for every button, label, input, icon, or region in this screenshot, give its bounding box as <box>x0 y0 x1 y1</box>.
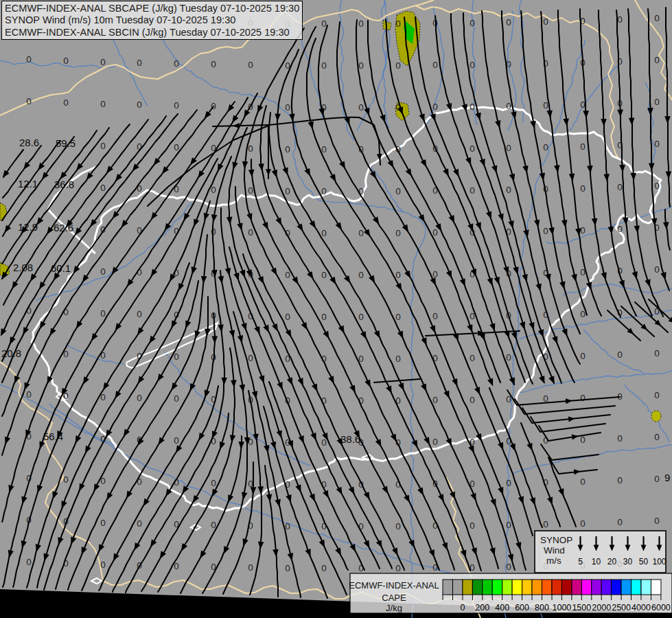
svg-text:0: 0 <box>654 516 660 526</box>
svg-text:0: 0 <box>285 144 290 154</box>
svg-text:0: 0 <box>100 560 106 570</box>
svg-text:0: 0 <box>248 144 253 154</box>
svg-text:0: 0 <box>543 519 548 529</box>
svg-text:0: 0 <box>580 477 586 487</box>
svg-text:0: 0 <box>137 100 142 110</box>
svg-text:ECMWF-INDEX-ANAL SBCIN (J/kg): ECMWF-INDEX-ANAL SBCIN (J/kg) Tuesday 07… <box>5 27 290 38</box>
svg-text:0: 0 <box>432 60 438 70</box>
svg-text:0: 0 <box>654 432 660 442</box>
svg-text:0: 0 <box>26 96 32 106</box>
svg-text:400: 400 <box>495 603 509 613</box>
svg-text:0: 0 <box>285 186 290 196</box>
svg-text:J/kg: J/kg <box>386 603 402 613</box>
svg-text:0: 0 <box>211 478 216 488</box>
svg-text:0: 0 <box>470 102 475 112</box>
svg-text:0: 0 <box>26 54 32 65</box>
svg-text:0: 0 <box>617 350 623 360</box>
svg-text:0: 0 <box>470 144 475 154</box>
svg-text:0: 0 <box>321 19 327 29</box>
svg-text:20: 20 <box>607 557 617 566</box>
svg-text:0: 0 <box>285 521 290 531</box>
svg-text:5: 5 <box>578 557 583 566</box>
svg-text:CAPE: CAPE <box>382 593 406 603</box>
svg-text:200: 200 <box>475 603 489 613</box>
svg-text:0: 0 <box>395 19 401 29</box>
svg-text:0: 0 <box>432 227 438 238</box>
svg-text:0: 0 <box>432 395 438 405</box>
svg-text:0: 0 <box>654 264 660 275</box>
svg-text:0: 0 <box>100 141 106 151</box>
svg-text:0: 0 <box>506 520 511 530</box>
svg-text:0: 0 <box>100 183 106 193</box>
svg-text:0: 0 <box>358 270 364 280</box>
svg-text:0: 0 <box>580 309 586 319</box>
svg-text:0: 0 <box>506 562 511 572</box>
svg-text:0: 0 <box>395 186 401 196</box>
svg-text:0: 0 <box>543 100 548 111</box>
svg-text:0: 0 <box>617 224 623 234</box>
svg-text:0: 0 <box>580 518 586 529</box>
svg-text:0: 0 <box>432 437 438 447</box>
svg-text:0: 0 <box>248 353 253 363</box>
svg-text:0: 0 <box>100 308 106 319</box>
svg-text:0: 0 <box>395 270 401 280</box>
svg-text:0: 0 <box>137 393 142 403</box>
svg-text:0: 0 <box>580 100 586 110</box>
svg-text:0: 0 <box>395 144 401 154</box>
svg-text:0: 0 <box>137 477 142 487</box>
svg-text:0: 0 <box>137 309 142 319</box>
svg-text:0: 0 <box>285 312 290 322</box>
svg-text:0: 0 <box>285 270 290 280</box>
svg-text:ECMWF-INDEX-ANAL SBCAPE (J/kg): ECMWF-INDEX-ANAL SBCAPE (J/kg) Tuesday 0… <box>5 3 299 14</box>
svg-text:0: 0 <box>506 185 511 195</box>
svg-text:0: 0 <box>63 474 69 485</box>
svg-text:0: 0 <box>358 228 364 238</box>
svg-text:0: 0 <box>654 55 660 65</box>
svg-text:0: 0 <box>26 557 32 567</box>
svg-text:0: 0 <box>321 437 327 448</box>
svg-text:0: 0 <box>358 102 364 113</box>
svg-text:SYNOP: SYNOP <box>540 535 572 545</box>
svg-text:0: 0 <box>395 521 401 531</box>
svg-text:100: 100 <box>652 557 666 566</box>
svg-text:0: 0 <box>395 60 401 71</box>
svg-text:0: 0 <box>470 520 475 531</box>
svg-text:2000: 2000 <box>592 603 611 613</box>
svg-text:0: 0 <box>654 139 660 149</box>
svg-text:0: 0 <box>580 141 586 152</box>
svg-text:0: 0 <box>174 435 179 446</box>
svg-text:0: 0 <box>470 353 475 363</box>
svg-text:0: 0 <box>395 228 401 238</box>
svg-text:4000: 4000 <box>632 603 651 613</box>
svg-text:0: 0 <box>321 186 327 196</box>
svg-text:30: 30 <box>623 557 633 566</box>
svg-text:0: 0 <box>395 563 401 573</box>
svg-text:0: 0 <box>285 563 290 573</box>
svg-text:0: 0 <box>543 226 548 236</box>
svg-text:0: 0 <box>506 143 511 153</box>
svg-text:0: 0 <box>470 185 475 196</box>
svg-text:0: 0 <box>358 19 364 29</box>
svg-text:0: 0 <box>506 17 511 27</box>
svg-text:0: 0 <box>395 354 401 364</box>
svg-text:0: 0 <box>358 312 364 322</box>
svg-text:0: 0 <box>63 98 69 108</box>
svg-text:0: 0 <box>543 142 548 152</box>
svg-text:0: 0 <box>506 101 511 111</box>
svg-text:0: 0 <box>395 312 401 322</box>
svg-text:SYNOP Wind (m/s) 10m Tuesday 0: SYNOP Wind (m/s) 10m Tuesday 07-10-2025 … <box>5 14 235 25</box>
svg-text:0: 0 <box>654 390 660 400</box>
svg-text:0: 0 <box>617 475 623 485</box>
svg-text:0: 0 <box>654 181 660 191</box>
svg-text:0: 0 <box>358 60 364 71</box>
svg-text:800: 800 <box>535 603 549 613</box>
svg-text:0: 0 <box>617 433 623 444</box>
svg-text:0: 0 <box>63 56 69 66</box>
svg-text:0: 0 <box>506 478 511 488</box>
svg-text:0: 0 <box>321 60 327 71</box>
svg-text:0: 0 <box>506 352 511 363</box>
svg-text:600: 600 <box>515 603 529 613</box>
svg-text:0: 0 <box>470 18 475 28</box>
svg-text:0: 0 <box>26 389 32 400</box>
svg-text:Wind: Wind <box>544 545 565 556</box>
